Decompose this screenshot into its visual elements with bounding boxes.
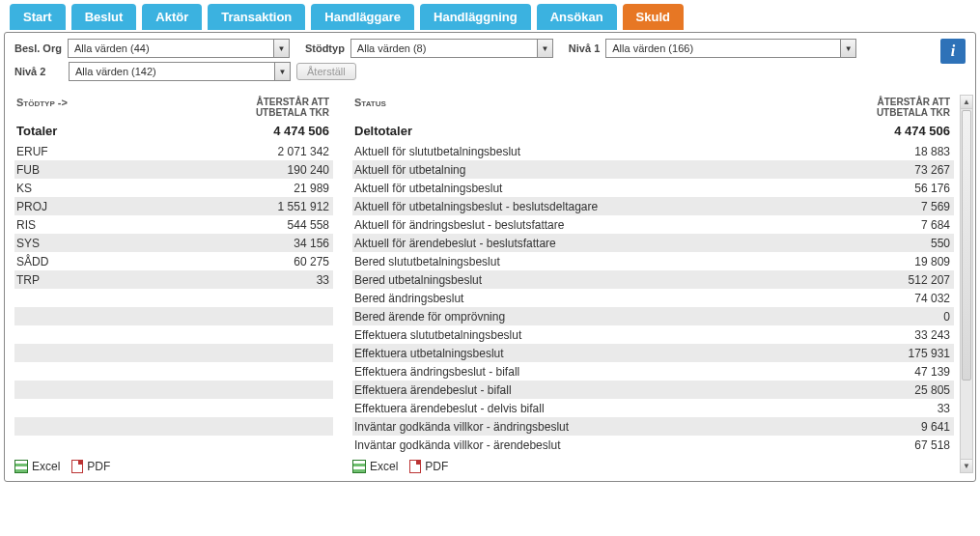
tab-bar: StartBeslutAktörTransaktionHandläggareHa…: [4, 4, 976, 30]
table-row: Effektuera ändringsbeslut - bifall47 139: [352, 362, 954, 381]
export-excel-label: Excel: [32, 460, 60, 473]
filter-row-2: Nivå 2 Alla värden (142) ▼ Återställ: [14, 62, 966, 81]
left-table: Stödtyp -> Återstår attutbetala tkr Tota…: [14, 95, 333, 473]
export-pdf-label: PDF: [425, 460, 448, 473]
row-label: Aktuell för utbetalningsbeslut: [354, 182, 502, 195]
table-row: PROJ1 551 912: [14, 197, 333, 215]
row-label: Effektuera ärendebeslut - bifall: [354, 383, 512, 397]
export-pdf-label: PDF: [87, 460, 110, 473]
row-label: Bered slututbetalningsbeslut: [354, 255, 500, 268]
right-header-status: Status: [354, 97, 386, 118]
table-row: Aktuell för ärendebeslut - beslutsfattar…: [352, 234, 954, 252]
table-row: Aktuell för slututbetalningsbeslut18 883: [352, 142, 954, 160]
table-row: Aktuell för ändringsbeslut - beslutsfatt…: [352, 215, 954, 234]
row-value: 74 032: [914, 292, 950, 305]
right-table: Status Återstår attutbetala tkr Deltotal…: [352, 95, 966, 473]
row-value: 7 569: [921, 200, 950, 213]
row-label: Inväntar godkända villkor - ändringsbesl…: [354, 420, 569, 434]
row-value: 1 551 912: [278, 200, 329, 213]
export-pdf-right[interactable]: PDF: [409, 460, 448, 473]
row-label: Bered utbetalningsbeslut: [354, 273, 482, 287]
row-label: Bered ärende för omprövning: [354, 310, 505, 324]
besl-org-value: Alla värden (44): [69, 42, 273, 54]
row-label: KS: [16, 182, 32, 195]
row-label: Effektuera ändringsbeslut - bifall: [354, 365, 519, 379]
scroll-up-icon[interactable]: ▲: [961, 96, 972, 109]
table-row: SYS34 156: [14, 234, 333, 252]
left-header-stodtyp: Stödtyp ->: [16, 97, 68, 118]
table-row: SÅDD60 275: [14, 252, 333, 270]
table-row: Effektuera ärendebeslut - bifall25 805: [352, 381, 954, 399]
tab-aktör[interactable]: Aktör: [142, 4, 202, 30]
table-row: Aktuell för utbetalningsbeslut56 176: [352, 179, 954, 197]
left-total-value: 4 474 506: [273, 124, 329, 138]
excel-icon: [352, 460, 366, 473]
row-label: Bered ändringsbeslut: [354, 292, 463, 305]
row-value: 33: [317, 273, 329, 287]
table-row: Bered ändringsbeslut74 032: [352, 289, 954, 307]
row-value: 7 684: [921, 218, 950, 232]
table-row: FUB190 240: [14, 160, 333, 179]
row-label: Aktuell för ärendebeslut - beslutsfattar…: [354, 237, 556, 250]
table-row: KS21 989: [14, 179, 333, 197]
row-label: Aktuell för utbetalningsbeslut - besluts…: [354, 200, 598, 213]
export-pdf-left[interactable]: PDF: [71, 460, 110, 473]
export-excel-right[interactable]: Excel: [352, 460, 398, 473]
row-label: Inväntar godkända villkor - ärendebeslut: [354, 438, 560, 452]
row-value: 67 518: [914, 438, 950, 452]
niva1-label: Nivå 1: [569, 42, 600, 54]
reset-button[interactable]: Återställ: [296, 63, 356, 80]
table-row: ERUF2 071 342: [14, 142, 333, 160]
table-row: Inväntar godkända villkor - ärendebeslut…: [352, 436, 954, 454]
table-row: [14, 399, 333, 417]
content-area: Stödtyp -> Återstår attutbetala tkr Tota…: [14, 95, 966, 473]
row-label: RIS: [16, 218, 36, 232]
row-label: SÅDD: [16, 255, 48, 268]
table-row: Effektuera ärendebeslut - delvis bifall3…: [352, 399, 954, 417]
row-value: 190 240: [288, 163, 329, 177]
row-value: 550: [931, 237, 950, 250]
row-label: Aktuell för slututbetalningsbeslut: [354, 145, 520, 158]
row-value: 34 156: [294, 237, 329, 250]
table-row: Inväntar godkända villkor - ändringsbesl…: [352, 417, 954, 436]
niva2-select[interactable]: Alla värden (142) ▼: [69, 62, 291, 81]
niva1-select[interactable]: Alla värden (166) ▼: [605, 39, 856, 58]
table-row: Effektuera utbetalningsbeslut175 931: [352, 344, 954, 362]
row-label: ERUF: [16, 145, 48, 158]
row-value: 73 267: [914, 163, 950, 177]
tab-skuld[interactable]: Skuld: [623, 4, 684, 30]
info-button[interactable]: i: [940, 39, 966, 64]
besl-org-select[interactable]: Alla värden (44) ▼: [68, 39, 290, 58]
stodtyp-select[interactable]: Alla värden (8) ▼: [350, 39, 553, 58]
scroll-down-icon[interactable]: ▼: [961, 459, 972, 472]
table-row: [14, 344, 333, 362]
tab-start[interactable]: Start: [10, 4, 66, 30]
vertical-scrollbar[interactable]: ▲ ▼: [960, 95, 973, 473]
tab-beslut[interactable]: Beslut: [71, 4, 137, 30]
table-row: [14, 289, 333, 307]
tab-transaktion[interactable]: Transaktion: [208, 4, 305, 30]
tab-handläggning[interactable]: Handläggning: [420, 4, 531, 30]
table-row: Bered ärende för omprövning0: [352, 307, 954, 325]
row-value: 33 243: [914, 328, 950, 342]
row-value: 33: [938, 402, 950, 415]
row-label: SYS: [16, 237, 40, 250]
tab-handläggare[interactable]: Handläggare: [311, 4, 414, 30]
row-value: 9 641: [921, 420, 950, 434]
besl-org-label: Besl. Org: [14, 42, 62, 54]
row-label: Effektuera ärendebeslut - delvis bifall: [354, 402, 545, 415]
left-total-label: Totaler: [16, 124, 57, 138]
row-label: Aktuell för utbetalning: [354, 163, 465, 177]
row-label: FUB: [16, 163, 40, 177]
tab-ansökan[interactable]: Ansökan: [537, 4, 617, 30]
scrollbar-thumb[interactable]: [962, 110, 971, 381]
dropdown-arrow-icon: ▼: [274, 63, 290, 80]
right-header-aterstar: Återstår attutbetala tkr: [877, 97, 950, 118]
row-label: Effektuera slututbetalningsbeslut: [354, 328, 521, 342]
pdf-icon: [409, 460, 421, 473]
export-excel-left[interactable]: Excel: [14, 460, 60, 473]
left-header-aterstar: Återstår attutbetala tkr: [256, 97, 329, 118]
dropdown-arrow-icon: ▼: [273, 40, 289, 57]
main-panel: i Besl. Org Alla värden (44) ▼ Stödtyp A…: [4, 32, 976, 482]
row-value: 21 989: [294, 182, 329, 195]
